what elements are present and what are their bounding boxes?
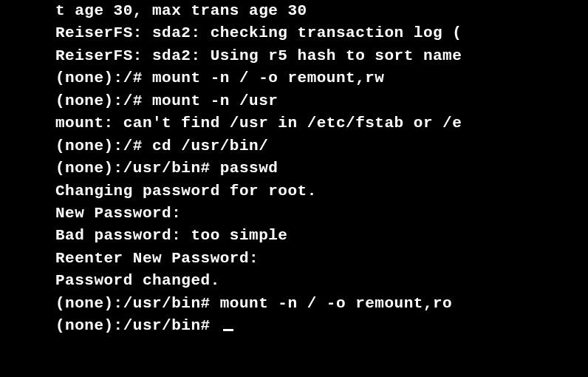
- terminal-line: (none):/usr/bin# mount -n / -o remount,r…: [55, 293, 588, 315]
- terminal-line: (none):/# cd /usr/bin/: [55, 135, 588, 157]
- terminal-line: (none):/# mount -n / -o remount,rw: [55, 67, 588, 89]
- terminal-line: t age 30, max trans age 30: [55, 0, 588, 22]
- terminal-line: Changing password for root.: [55, 180, 588, 203]
- cursor-icon: [223, 329, 233, 331]
- terminal-line: (none):/usr/bin# passwd: [55, 157, 588, 180]
- terminal-line: ReiserFS: sda2: checking transaction log…: [55, 22, 588, 44]
- terminal-line: (none):/# mount -n /usr: [55, 90, 588, 112]
- terminal-prompt: (none):/usr/bin#: [55, 317, 220, 334]
- terminal-output[interactable]: t age 30, max trans age 30 ReiserFS: sda…: [0, 0, 588, 338]
- terminal-prompt-line: (none):/usr/bin#: [55, 315, 588, 337]
- terminal-line: Password changed.: [55, 270, 588, 292]
- terminal-line: New Password:: [55, 203, 588, 225]
- terminal-line: ReiserFS: sda2: Using r5 hash to sort na…: [55, 45, 588, 67]
- terminal-line: mount: can't find /usr in /etc/fstab or …: [55, 112, 588, 135]
- terminal-line: Bad password: too simple: [55, 225, 588, 247]
- terminal-line: Reenter New Password:: [55, 248, 588, 270]
